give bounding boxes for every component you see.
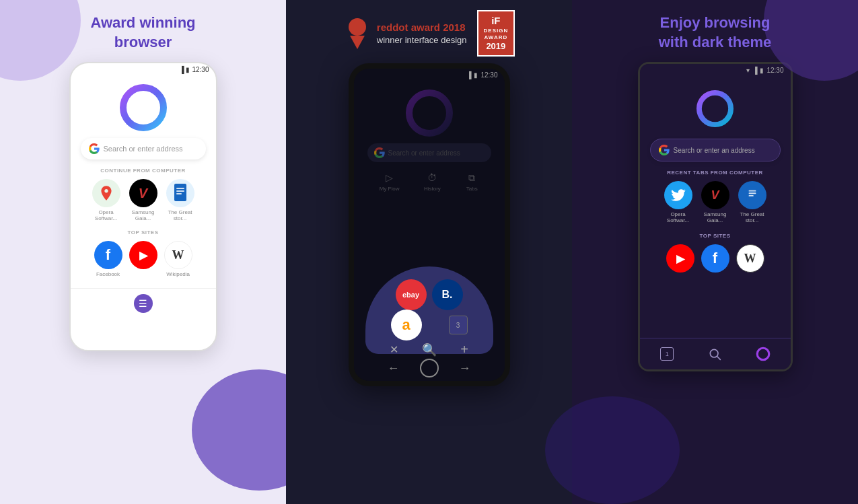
left-search-bar[interactable]: Search or enter address [81, 138, 206, 159]
svg-rect-8 [746, 186, 757, 203]
left-search-text: Search or enter address [104, 145, 183, 153]
dial-top-row: ebay B. [396, 279, 463, 310]
svg-line-13 [717, 357, 721, 360]
site-icon-youtube: ▶ [129, 241, 157, 269]
right-blob-bl [545, 396, 680, 504]
mid-action-myflow: ▷ My Flow [380, 171, 400, 192]
forward-button[interactable]: → [459, 361, 471, 375]
mid-actions-row: ▷ My Flow ⏱ History ⧉ Tabs [354, 168, 505, 195]
right-nav-opera[interactable] [753, 344, 773, 364]
search-icon-right [708, 347, 721, 361]
site-icon-facebook: f [94, 241, 122, 269]
dial-mid-row: a 3 [391, 310, 468, 340]
site-youtube: ▶ [129, 241, 157, 277]
speed-dial-area: ebay B. a 3 ✕ 🔍 + ← → [354, 199, 505, 381]
site-twitter: Opera Softwar... [663, 181, 693, 223]
site-label-samsung-r: Samsung Gala... [700, 211, 730, 223]
right-google-icon [659, 145, 670, 155]
right-phone: ▾ ▐ ▮ 12:30 [638, 62, 793, 371]
right-phone-screen: ▾ ▐ ▮ 12:30 [640, 64, 791, 369]
svg-point-6 [409, 93, 450, 133]
left-panel: Award winning browser ▐ ▮ 12:30 [0, 0, 286, 504]
site-facebook-r: f [701, 244, 729, 275]
tabs-icon: ⧉ [465, 171, 478, 184]
svg-rect-10 [748, 193, 756, 194]
middle-opera-logo [406, 89, 453, 137]
left-opera-logo [120, 84, 167, 131]
dial-add-btn[interactable]: + [460, 342, 468, 357]
dial-controls-row: ✕ 🔍 + [390, 342, 468, 357]
svg-point-0 [123, 87, 164, 128]
right-opera-logo [692, 85, 739, 132]
site-docs-r: The Great stor... [737, 181, 767, 223]
site-icon-facebook-r: f [701, 244, 729, 273]
site-icon-samsung: V [129, 179, 157, 207]
right-signal-icon: ▐ [752, 67, 757, 74]
mid-action-tabs: ⧉ Tabs [465, 171, 478, 192]
svg-rect-2 [176, 188, 184, 189]
site-samsung: V Samsung Gala... [128, 179, 158, 221]
mid-time: 12:30 [480, 71, 497, 79]
left-status-icons: ▐ ▮ 12:30 [179, 66, 209, 73]
site-label-docs-r: The Great stor... [737, 211, 767, 223]
site-wikipedia: W Wikipedia [164, 241, 192, 277]
right-nav-search[interactable] [705, 344, 725, 364]
svg-rect-9 [748, 190, 756, 192]
site-icon-youtube-r: ▶ [666, 244, 694, 273]
if-award-badge: iF DESIGN AWARD 2019 [477, 10, 515, 57]
reddot-title: reddot award 2018 [377, 22, 466, 33]
dial-search-btn[interactable]: 🔍 [422, 343, 437, 357]
dial-booking: B. [432, 279, 463, 310]
right-status-bar: ▾ ▐ ▮ 12:30 [640, 64, 791, 77]
right-title-line2: with dark theme [659, 34, 771, 50]
recent-tabs-label: RECENT TABS FROM COMPUTER [640, 170, 791, 176]
site-label-wikipedia: Wikipedia [166, 271, 190, 277]
right-panel: Enjoy browsing with dark theme ▾ ▐ ▮ 12:… [572, 0, 858, 504]
right-top-sites-row: ▶ f W [640, 244, 791, 275]
right-top-sites-label: TOP SITES [640, 233, 791, 239]
svg-point-7 [699, 93, 731, 124]
svg-rect-3 [176, 190, 184, 192]
if-year: 2019 [484, 41, 509, 52]
dial-amazon: a [391, 310, 422, 340]
site-icon-wikipedia: W [164, 241, 192, 269]
right-header: Enjoy browsing with dark theme [652, 0, 778, 59]
right-bottom-nav: 1 [640, 338, 791, 369]
back-button[interactable]: ← [388, 361, 400, 375]
top-sites-label: TOP SITES [71, 229, 216, 236]
left-phone: ▐ ▮ 12:30 [69, 62, 217, 351]
right-battery-icon: ▮ [760, 67, 764, 74]
left-status-bar: ▐ ▮ 12:30 [71, 63, 216, 76]
menu-button[interactable]: ☰ [134, 294, 153, 313]
left-phone-screen: ▐ ▮ 12:30 [71, 63, 216, 350]
dial-close-btn[interactable]: ✕ [390, 343, 398, 356]
continue-sites-row: Opera Softwar... V Samsung Gala... The G… [71, 179, 216, 221]
site-samsung-r: V Samsung Gala... [700, 181, 730, 223]
opera-nav-icon [756, 347, 771, 361]
home-button[interactable] [420, 359, 439, 377]
right-nav-tabs[interactable]: 1 [657, 344, 677, 364]
mid-signal-icon: ▐ [466, 71, 471, 79]
left-header: Award winning browser [83, 0, 202, 59]
decorative-blob-tl [0, 0, 81, 81]
svg-rect-1 [174, 184, 186, 201]
site-icon-samsung-r: V [701, 181, 729, 209]
svg-point-5 [349, 18, 366, 36]
site-facebook: f Facebook [94, 241, 122, 277]
site-icon-opera [92, 179, 120, 207]
reddot-award: reddot award 2018 winner interface desig… [343, 17, 467, 50]
if-design: DESIGN [484, 28, 509, 34]
mid-search-text: Search or enter address [388, 149, 460, 157]
mid-action-history: ⏱ History [424, 171, 441, 192]
right-search-bar[interactable]: Search or enter an address [650, 139, 781, 161]
middle-phone-screen: ▐ ▮ 12:30 [354, 69, 505, 381]
right-wifi-icon: ▾ [746, 67, 750, 74]
middle-status-bar: ▐ ▮ 12:30 [354, 69, 505, 81]
middle-phone: ▐ ▮ 12:30 [349, 63, 510, 386]
site-icon-wikipedia-r: W [736, 244, 764, 273]
reddot-sub: winner interface design [377, 34, 467, 46]
middle-panel: reddot award 2018 winner interface desig… [286, 0, 572, 504]
middle-search-bar[interactable]: Search or enter address [367, 143, 491, 162]
right-search-text: Search or enter an address [674, 147, 755, 154]
svg-rect-4 [176, 193, 182, 194]
